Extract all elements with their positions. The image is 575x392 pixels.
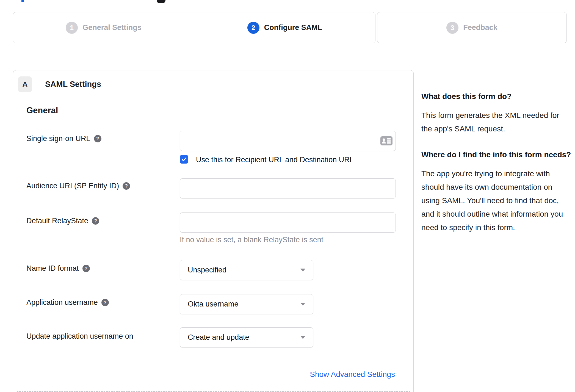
field-label-text: Single sign-on URL <box>26 134 90 143</box>
section-title: SAML Settings <box>45 76 101 92</box>
help-icon[interactable] <box>94 135 101 142</box>
step-2-label: Configure SAML <box>264 23 322 32</box>
default-relaystate-label: Default RelayState <box>26 217 99 225</box>
dropdown-arrow-icon <box>300 269 305 272</box>
audience-uri-label: Audience URI (SP Entity ID) <box>26 182 130 190</box>
help-icon[interactable] <box>123 182 130 190</box>
field-label-text: Audience URI (SP Entity ID) <box>26 182 119 190</box>
name-id-format-label: Name ID format <box>26 264 90 273</box>
checkmark-icon <box>181 156 187 162</box>
select-value: Okta username <box>180 300 300 308</box>
step-general-settings[interactable]: 1 General Settings <box>13 12 194 43</box>
audience-uri-input[interactable] <box>180 178 396 198</box>
help-icon[interactable] <box>92 217 99 225</box>
step-feedback[interactable]: 3 Feedback <box>377 12 566 43</box>
select-value: Unspecified <box>180 266 300 274</box>
step-2-number-badge: 2 <box>247 22 259 34</box>
help-icon[interactable] <box>82 265 90 272</box>
section-a-badge: A <box>18 76 32 92</box>
help-body-2: The app you're trying to integrate with … <box>421 167 572 234</box>
step-3-label: Feedback <box>463 23 497 32</box>
relaystate-helper-text: If no value is set, a blank RelayState i… <box>180 236 323 244</box>
wizard-stepper-feedback: 3 Feedback <box>377 12 567 43</box>
saml-settings-panel: A SAML Settings General Single sign-on U… <box>13 70 414 392</box>
help-body-1: This form generates the XML needed for t… <box>421 109 572 136</box>
single-sign-on-url-label: Single sign-on URL <box>26 134 101 143</box>
single-sign-on-url-input[interactable] <box>180 131 396 151</box>
dropdown-arrow-icon <box>300 303 305 306</box>
cutoff-black-fragment <box>157 0 165 3</box>
update-app-username-select[interactable]: Create and update <box>180 327 313 347</box>
step-1-number-badge: 1 <box>66 22 78 34</box>
field-label-text: Name ID format <box>26 264 79 273</box>
field-label-text: Default RelayState <box>26 217 88 225</box>
group-title-general: General <box>26 106 58 115</box>
wizard-stepper: 1 General Settings 2 Configure SAML <box>13 12 375 43</box>
dropdown-arrow-icon <box>300 336 305 339</box>
update-app-username-label: Update application username on <box>26 332 133 341</box>
recipient-url-checkbox-label[interactable]: Use this for Recipient URL and Destinati… <box>196 156 354 164</box>
field-label-text: Application username <box>26 298 98 307</box>
show-advanced-settings-link[interactable]: Show Advanced Settings <box>310 370 395 379</box>
help-sidebar: What does this form do? This form genera… <box>421 90 572 234</box>
step-3-number-badge: 3 <box>446 22 458 34</box>
cutoff-blue-fragment <box>21 0 24 2</box>
default-relaystate-input[interactable] <box>180 212 396 233</box>
contact-card-icon[interactable] <box>380 136 392 145</box>
application-username-select[interactable]: Okta username <box>180 294 313 314</box>
step-1-label: General Settings <box>82 23 142 32</box>
help-heading-1: What does this form do? <box>421 90 572 103</box>
name-id-format-select[interactable]: Unspecified <box>180 260 313 280</box>
application-username-label: Application username <box>26 298 109 307</box>
recipient-url-checkbox[interactable] <box>180 155 188 164</box>
help-icon[interactable] <box>101 299 109 306</box>
step-configure-saml[interactable]: 2 Configure SAML <box>194 12 375 43</box>
field-label-text: Update application username on <box>26 332 133 341</box>
help-heading-2: Where do I find the info this form needs… <box>421 148 572 161</box>
select-value: Create and update <box>180 333 300 342</box>
